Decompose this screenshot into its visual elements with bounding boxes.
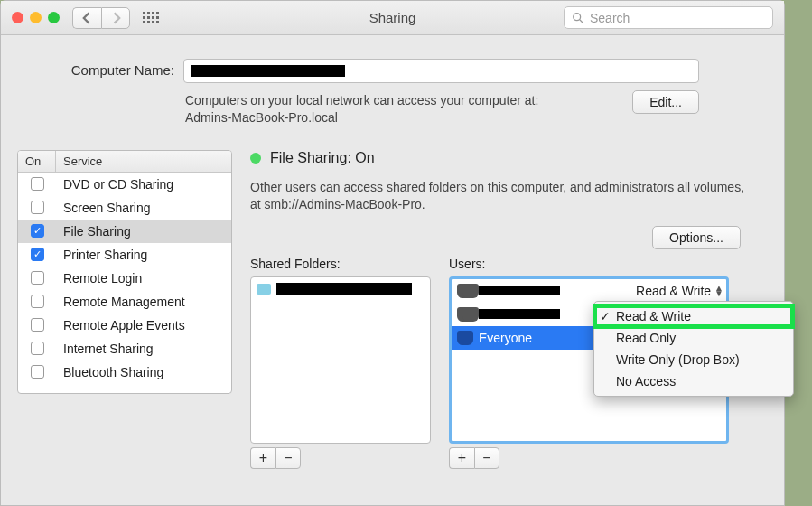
folder-icon: [257, 284, 271, 295]
edit-button[interactable]: Edit...: [632, 90, 699, 114]
service-row[interactable]: Remote Management: [18, 290, 231, 314]
service-label: Remote Login: [56, 271, 231, 286]
service-row[interactable]: Remote Login: [18, 267, 231, 290]
shared-folders-label: Shared Folders:: [250, 257, 431, 271]
back-button[interactable]: [72, 7, 101, 29]
window-controls: [12, 12, 60, 23]
service-row[interactable]: Bluetooth Sharing: [18, 361, 231, 384]
remove-user-button[interactable]: −: [474, 447, 499, 469]
minimize-icon[interactable]: [30, 12, 42, 23]
preferences-window: Sharing Search Computer Name: Computers …: [0, 0, 785, 506]
service-row[interactable]: DVD or CD Sharing: [18, 173, 231, 196]
computer-name-label: Computer Name:: [48, 59, 174, 78]
nav-buttons: [72, 7, 130, 29]
service-label: Remote Management: [56, 295, 231, 309]
menu-item-label: Read Only: [616, 331, 676, 345]
menu-item[interactable]: Write Only (Drop Box): [594, 349, 793, 370]
computer-name-input[interactable]: [183, 59, 699, 83]
service-checkbox[interactable]: [31, 271, 44, 285]
close-icon[interactable]: [12, 12, 23, 23]
service-checkbox[interactable]: [31, 365, 44, 379]
remove-folder-button[interactable]: −: [275, 447, 301, 469]
stepper-icon[interactable]: ▲▼: [714, 286, 723, 296]
service-label: Remote Apple Events: [56, 318, 231, 333]
user-row[interactable]: Read & Write ▲▼: [452, 279, 726, 303]
service-label: Screen Sharing: [56, 201, 231, 215]
status-desc: Other users can access shared folders on…: [250, 179, 768, 213]
access-subtext: Computers on your local network can acce…: [185, 92, 538, 126]
user-icon: [457, 284, 473, 298]
menu-item[interactable]: Read Only: [594, 327, 793, 349]
add-folder-button[interactable]: +: [250, 447, 275, 469]
shared-folders-list[interactable]: [250, 276, 431, 444]
service-row[interactable]: ✓File Sharing: [18, 220, 231, 243]
show-all-icon[interactable]: [143, 9, 164, 27]
service-row[interactable]: ✓Printer Sharing: [18, 243, 231, 267]
search-input[interactable]: Search: [564, 6, 773, 29]
service-row[interactable]: Remote Apple Events: [18, 314, 231, 337]
search-placeholder: Search: [590, 11, 630, 25]
service-checkbox[interactable]: [31, 342, 44, 355]
user-icon: [457, 307, 473, 322]
search-icon: [572, 12, 584, 24]
service-label: DVD or CD Sharing: [56, 177, 231, 192]
service-row[interactable]: Internet Sharing: [18, 337, 231, 361]
service-checkbox[interactable]: [31, 295, 44, 308]
redacted-bar: [479, 286, 560, 295]
status-indicator-icon: [250, 153, 261, 164]
redacted-bar: [276, 283, 412, 295]
menu-item-label: Write Only (Drop Box): [616, 352, 740, 367]
add-user-button[interactable]: +: [449, 447, 474, 469]
list-item[interactable]: [251, 277, 430, 301]
service-row[interactable]: Screen Sharing: [18, 196, 231, 220]
services-list: On Service DVD or CD SharingScreen Shari…: [17, 150, 232, 394]
permission-menu: ✓Read & WriteRead OnlyWrite Only (Drop B…: [593, 301, 794, 397]
service-checkbox[interactable]: [31, 177, 44, 191]
svg-point-0: [574, 13, 581, 20]
service-label: Internet Sharing: [56, 342, 231, 356]
options-button[interactable]: Options...: [652, 226, 741, 249]
service-label: Printer Sharing: [56, 248, 231, 262]
user-name: Everyone: [479, 331, 532, 345]
col-service[interactable]: Service: [56, 151, 231, 172]
check-icon: ✓: [600, 309, 611, 323]
forward-button[interactable]: [101, 7, 130, 29]
redacted-bar: [191, 65, 345, 77]
menu-item-label: No Access: [616, 374, 676, 389]
service-checkbox[interactable]: [31, 201, 44, 214]
zoom-icon[interactable]: [48, 12, 60, 23]
menu-item[interactable]: ✓Read & Write: [594, 305, 793, 327]
user-icon: [457, 331, 473, 345]
menu-item[interactable]: No Access: [594, 370, 793, 392]
permission-selector[interactable]: Read & Write ▲▼: [636, 284, 723, 298]
svg-line-1: [580, 19, 583, 23]
col-on[interactable]: On: [18, 151, 56, 172]
menu-item-label: Read & Write: [616, 309, 691, 323]
service-label: Bluetooth Sharing: [56, 365, 231, 380]
status-title: File Sharing: On: [270, 150, 375, 166]
redacted-bar: [479, 309, 560, 319]
service-label: File Sharing: [56, 224, 231, 239]
users-label: Users:: [449, 257, 729, 271]
service-checkbox[interactable]: ✓: [31, 224, 44, 238]
titlebar: Sharing Search: [1, 1, 784, 35]
service-checkbox[interactable]: ✓: [31, 248, 44, 261]
service-checkbox[interactable]: [31, 318, 44, 332]
